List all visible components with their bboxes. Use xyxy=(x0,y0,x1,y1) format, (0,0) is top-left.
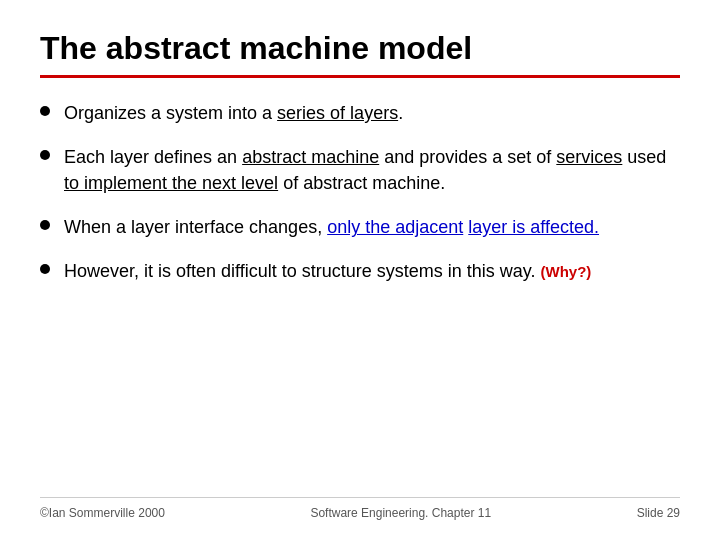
blue-link-affected: layer is affected. xyxy=(468,217,599,237)
underline-abstract-machine: abstract machine xyxy=(242,147,379,167)
title-divider xyxy=(40,75,680,78)
underline-series: series of layers xyxy=(277,103,398,123)
bullet-text-4: However, it is often difficult to struct… xyxy=(64,258,591,284)
why-text: (Why?) xyxy=(541,263,592,280)
slide: The abstract machine model Organizes a s… xyxy=(0,0,720,540)
bullet-dot-1 xyxy=(40,106,50,116)
bullet-dot-4 xyxy=(40,264,50,274)
underline-services: services xyxy=(556,147,622,167)
bullet-item-4: However, it is often difficult to struct… xyxy=(40,258,680,284)
bullet-text-2: Each layer defines an abstract machine a… xyxy=(64,144,680,196)
slide-footer: ©Ian Sommerville 2000 Software Engineeri… xyxy=(40,497,680,520)
content-area: Organizes a system into a series of laye… xyxy=(40,100,680,487)
underline-implement: to implement the next level xyxy=(64,173,278,193)
bullet-item-2: Each layer defines an abstract machine a… xyxy=(40,144,680,196)
bullet-item-3: When a layer interface changes, only the… xyxy=(40,214,680,240)
footer-left: ©Ian Sommerville 2000 xyxy=(40,506,165,520)
bullet-item-1: Organizes a system into a series of laye… xyxy=(40,100,680,126)
slide-title: The abstract machine model xyxy=(40,30,680,67)
bullet-text-1: Organizes a system into a series of laye… xyxy=(64,100,403,126)
footer-right: Slide 29 xyxy=(637,506,680,520)
bullet-dot-2 xyxy=(40,150,50,160)
bullet-dot-3 xyxy=(40,220,50,230)
blue-link-adjacent: only the adjacent xyxy=(327,217,463,237)
footer-center: Software Engineering. Chapter 11 xyxy=(310,506,491,520)
bullet-text-3: When a layer interface changes, only the… xyxy=(64,214,599,240)
